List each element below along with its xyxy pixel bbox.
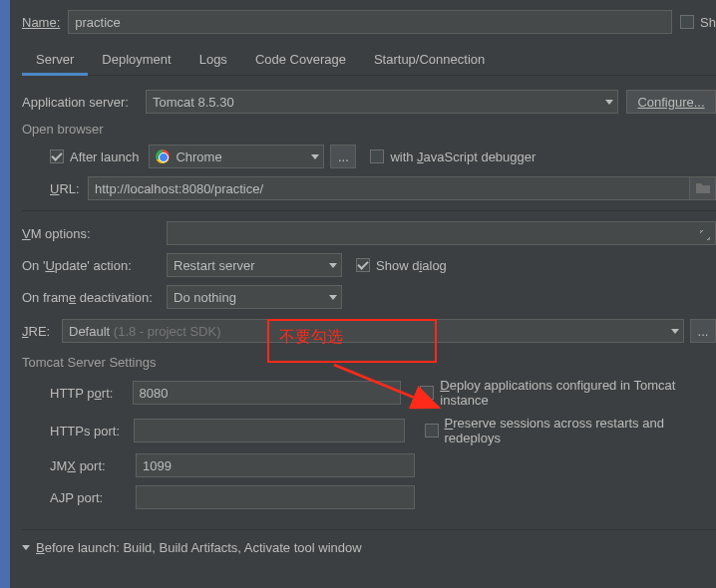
jre-label: JRE: — [22, 324, 62, 339]
tab-deployment[interactable]: Deployment — [88, 46, 184, 75]
on-frame-dropdown[interactable]: Do nothing — [167, 285, 342, 309]
http-port-input[interactable] — [133, 381, 401, 405]
chevron-down-icon — [329, 295, 337, 300]
tabs: Server Deployment Logs Code Coverage Sta… — [22, 46, 716, 76]
configure-button[interactable]: Configure... — [626, 90, 716, 114]
jre-browse-button[interactable]: ... — [690, 319, 716, 343]
folder-icon — [695, 180, 711, 197]
https-port-label: HTTPs port: — [50, 424, 134, 439]
show-dialog-label: Show dialog — [376, 258, 447, 273]
share-label: Sh — [700, 15, 716, 30]
annotation-box: 不要勾选 — [267, 319, 437, 363]
collapse-icon[interactable] — [22, 545, 30, 550]
js-debugger-label: with JavaScript debugger — [390, 149, 536, 164]
tab-startup-connection[interactable]: Startup/Connection — [360, 46, 499, 75]
app-server-dropdown[interactable]: Tomcat 8.5.30 — [146, 90, 618, 114]
http-port-label: HTTP port: — [50, 386, 133, 401]
name-label: Name: — [22, 15, 60, 30]
share-checkbox[interactable] — [680, 15, 694, 29]
chevron-down-icon — [329, 263, 337, 268]
chevron-down-icon — [311, 154, 319, 159]
jmx-port-label: JMX port: — [50, 458, 136, 473]
preserve-checkbox[interactable] — [425, 424, 439, 438]
vm-options-input[interactable] — [167, 221, 716, 245]
ajp-port-label: AJP port: — [50, 490, 136, 505]
expand-icon[interactable] — [700, 228, 710, 238]
after-launch-label: After launch — [70, 149, 139, 164]
jmx-port-input[interactable] — [136, 453, 415, 477]
show-dialog-checkbox[interactable] — [356, 258, 370, 272]
url-browse-button[interactable] — [690, 176, 716, 200]
chevron-down-icon — [671, 329, 679, 334]
url-input[interactable] — [88, 176, 690, 200]
name-input[interactable] — [68, 10, 672, 34]
on-frame-label: On frame deactivation: — [22, 290, 167, 305]
chrome-icon — [156, 149, 170, 163]
on-update-dropdown[interactable]: Restart server — [167, 253, 342, 277]
tab-server[interactable]: Server — [22, 46, 88, 76]
before-launch-label: Before launch: Build, Build Artifacts, A… — [36, 540, 362, 555]
url-label: URL: — [50, 181, 88, 196]
ajp-port-input[interactable] — [136, 485, 415, 509]
open-browser-title: Open browser — [22, 122, 716, 137]
deploy-label: Deploy applications configured in Tomcat… — [440, 378, 716, 408]
after-launch-checkbox[interactable] — [50, 149, 64, 163]
app-server-label: Application server: — [22, 95, 146, 110]
tab-logs[interactable]: Logs — [185, 46, 241, 75]
chevron-down-icon — [605, 100, 613, 105]
js-debugger-checkbox[interactable] — [370, 149, 384, 163]
on-update-label: On 'Update' action: — [22, 258, 167, 273]
preserve-label: Preserve sessions across restarts and re… — [445, 416, 716, 445]
tab-code-coverage[interactable]: Code Coverage — [241, 46, 360, 75]
browser-dropdown[interactable]: Chrome — [149, 145, 324, 168]
https-port-input[interactable] — [134, 419, 406, 442]
vm-options-label: VM options: — [22, 226, 167, 241]
deploy-checkbox[interactable] — [420, 386, 434, 400]
browser-more-button[interactable]: ... — [330, 145, 356, 168]
